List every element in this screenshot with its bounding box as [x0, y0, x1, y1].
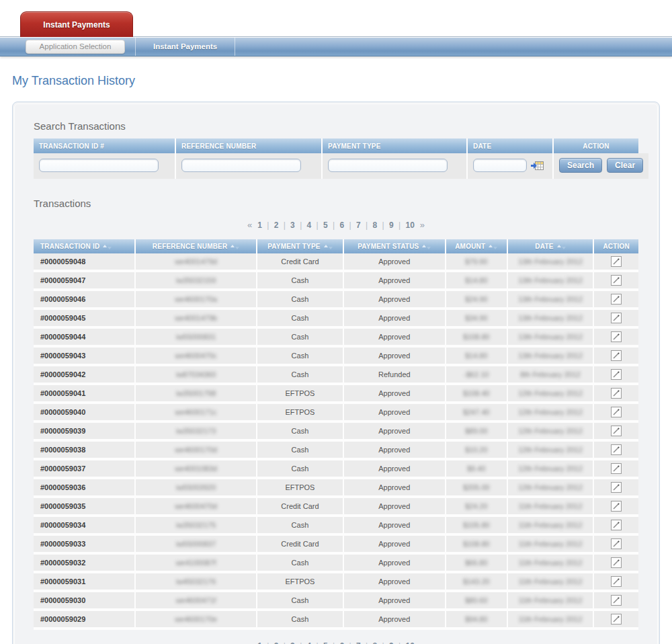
sort-icon[interactable]: [557, 244, 566, 249]
cell-amount: $105.80: [446, 516, 507, 534]
page-link-3[interactable]: 3: [290, 220, 295, 230]
column-header-reference-number[interactable]: REFERENCE NUMBER: [135, 239, 257, 253]
page-link-9[interactable]: 9: [389, 641, 394, 644]
edit-transaction-button[interactable]: [611, 501, 622, 512]
edit-icon: [612, 577, 620, 586]
page-link-10[interactable]: 10: [406, 641, 415, 644]
edit-transaction-button[interactable]: [611, 538, 622, 549]
column-header-payment-type[interactable]: PAYMENT TYPE: [257, 239, 343, 253]
edit-transaction-button[interactable]: [611, 426, 622, 436]
page-link-5[interactable]: 5: [323, 641, 328, 644]
cell-action: [593, 572, 638, 591]
edit-transaction-button[interactable]: [611, 256, 622, 267]
application-selection-button[interactable]: Application Selection: [26, 40, 125, 54]
page-link-8[interactable]: 8: [373, 220, 378, 230]
page-link-10[interactable]: 10: [406, 220, 415, 230]
navbar: Application Selection Instant Payments: [0, 36, 672, 56]
cell-reference-number: we4001083d: [135, 459, 257, 478]
redacted-date: 11th February 2012: [518, 615, 582, 623]
page-link-7[interactable]: 7: [356, 220, 361, 230]
column-header-transaction-id[interactable]: TRANSACTION ID: [34, 239, 135, 253]
page-link-1[interactable]: 1: [257, 641, 262, 644]
edit-transaction-button[interactable]: [611, 275, 622, 286]
cell-payment-status: Approved: [343, 459, 446, 478]
sort-icon[interactable]: [230, 244, 239, 249]
sort-icon[interactable]: [324, 244, 333, 249]
redacted-amount: $24.20: [465, 502, 488, 510]
edit-transaction-button[interactable]: [611, 482, 622, 493]
cell-transaction-id: #0000059046: [34, 290, 135, 309]
cell-transaction-id: #0000059045: [34, 309, 135, 327]
cell-reference-number: we4600171c: [135, 403, 257, 421]
edit-transaction-button[interactable]: [611, 294, 622, 305]
search-button[interactable]: Search: [559, 158, 602, 173]
cell-transaction-id: #0000059040: [34, 403, 135, 421]
column-header-amount[interactable]: AMOUNT: [446, 239, 507, 253]
page-link-3[interactable]: 3: [290, 641, 295, 644]
cell-payment-type: EFTPOS: [257, 478, 343, 497]
page-link-7[interactable]: 7: [356, 641, 361, 644]
cell-date: 13th February 2012: [507, 271, 594, 290]
table-row: #0000059044iw55000831CashApproved$108.80…: [34, 327, 638, 346]
date-picker-button[interactable]: [531, 161, 544, 171]
page-link-6[interactable]: 6: [340, 641, 345, 644]
reference-number-input[interactable]: [181, 159, 301, 172]
cell-date: 11th February 2012: [507, 591, 594, 610]
page-prev[interactable]: «: [247, 220, 252, 230]
page-link-4[interactable]: 4: [307, 220, 312, 230]
sort-up-arrow: [422, 245, 426, 247]
page-link-2[interactable]: 2: [274, 641, 279, 644]
cell-action: [593, 384, 638, 403]
sort-icon[interactable]: [422, 244, 431, 249]
cell-amount: $14.80: [446, 271, 507, 290]
cell-payment-type: Cash: [257, 610, 343, 629]
search-col-payment-type: PAYMENT TYPE: [323, 138, 468, 153]
sort-icon[interactable]: [103, 244, 112, 249]
transactions-table-head: TRANSACTION IDREFERENCE NUMBERPAYMENT TY…: [34, 239, 638, 253]
date-input[interactable]: [473, 159, 527, 172]
edit-transaction-button[interactable]: [611, 520, 622, 530]
search-input-row: Search Clear: [34, 153, 638, 179]
cell-transaction-id: #0000059034: [34, 516, 135, 534]
redacted-reference: we4600470d: [175, 502, 217, 510]
edit-transaction-button[interactable]: [611, 331, 622, 342]
edit-transaction-button[interactable]: [611, 369, 622, 380]
edit-transaction-button[interactable]: [611, 576, 622, 587]
page-link-4[interactable]: 4: [307, 641, 312, 644]
redacted-date: 12th February 2012: [518, 465, 583, 473]
pagination-separator: |: [281, 641, 288, 644]
edit-transaction-button[interactable]: [611, 350, 622, 361]
redacted-amount: $14.80: [465, 352, 488, 360]
cell-amount: $34.90: [446, 309, 507, 327]
pagination-separator: |: [314, 641, 321, 644]
edit-transaction-button[interactable]: [611, 614, 622, 625]
edit-transaction-button[interactable]: [611, 388, 622, 399]
page-link-6[interactable]: 6: [340, 220, 345, 230]
page-prev[interactable]: «: [247, 641, 252, 644]
page-next[interactable]: »: [420, 220, 425, 230]
transaction-id-input[interactable]: [39, 159, 159, 172]
column-header-payment-status[interactable]: PAYMENT STATUS: [343, 239, 446, 253]
sort-icon[interactable]: [489, 244, 497, 249]
edit-transaction-button[interactable]: [611, 463, 622, 474]
edit-transaction-button[interactable]: [611, 407, 622, 417]
clear-button[interactable]: Clear: [607, 158, 643, 173]
cell-reference-number: we4600170d: [135, 440, 257, 459]
page-link-9[interactable]: 9: [389, 220, 394, 230]
page-link-2[interactable]: 2: [274, 220, 279, 230]
app-tab-label: Instant Payments: [43, 20, 110, 30]
cell-payment-status: Approved: [343, 384, 446, 403]
page-link-5[interactable]: 5: [323, 220, 328, 230]
nav-item-instant-payments[interactable]: Instant Payments: [135, 37, 235, 56]
column-header-date[interactable]: DATE: [507, 239, 594, 253]
cell-reference-number: iw55000837: [135, 534, 257, 553]
page-link-1[interactable]: 1: [257, 220, 262, 230]
edit-transaction-button[interactable]: [611, 557, 622, 568]
edit-transaction-button[interactable]: [611, 313, 622, 323]
page-next[interactable]: »: [420, 641, 425, 644]
edit-transaction-button[interactable]: [611, 595, 622, 606]
page-link-8[interactable]: 8: [373, 641, 378, 644]
edit-transaction-button[interactable]: [611, 444, 622, 455]
payment-type-input[interactable]: [328, 159, 448, 172]
app-tab-instant-payments[interactable]: Instant Payments: [20, 11, 133, 37]
